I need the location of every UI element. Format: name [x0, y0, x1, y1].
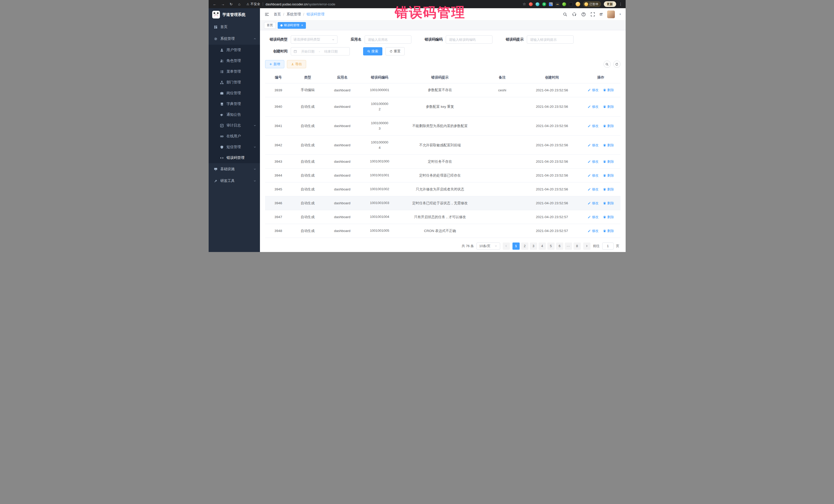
- user-avatar[interactable]: [607, 10, 615, 18]
- prev-page-button[interactable]: [503, 242, 510, 250]
- sidebar-item-infrastructure[interactable]: 基础设施: [208, 163, 260, 175]
- reset-button[interactable]: 重置: [386, 47, 405, 56]
- page-size-select[interactable]: 10条/页: [477, 242, 500, 250]
- reload-icon[interactable]: ↻: [228, 2, 234, 6]
- sidebar-item-error-code[interactable]: 错误码管理: [208, 152, 260, 163]
- error-type-select[interactable]: 请选择错误码类型: [291, 36, 337, 44]
- error-code-input[interactable]: [448, 38, 490, 42]
- column-header: 编号: [265, 72, 292, 83]
- home-icon[interactable]: ⌂: [236, 2, 242, 6]
- refresh-button[interactable]: [613, 61, 620, 68]
- github-icon[interactable]: [572, 12, 577, 17]
- edit-link[interactable]: 修改: [588, 88, 598, 92]
- export-button[interactable]: 导出: [287, 60, 306, 68]
- update-button[interactable]: 更新: [604, 1, 616, 7]
- caret-down-icon[interactable]: ▾: [619, 13, 621, 16]
- grid-extension-icon[interactable]: [549, 2, 553, 6]
- sidebar-item-roles[interactable]: 角色管理: [208, 56, 260, 66]
- delete-link[interactable]: 删除: [603, 187, 614, 192]
- cell-remark: [482, 182, 523, 196]
- sidebar-item-sms[interactable]: 短信管理: [208, 141, 260, 152]
- delete-link[interactable]: 删除: [603, 159, 614, 164]
- search-button[interactable]: 搜索: [363, 47, 382, 56]
- profile-avatar[interactable]: [576, 2, 580, 6]
- sidebar-item-dictionary[interactable]: 字典管理: [208, 98, 260, 109]
- sidebar-item-system[interactable]: 系统管理: [208, 33, 260, 45]
- start-date-input[interactable]: [299, 49, 317, 53]
- sidebar-item-users[interactable]: 用户管理: [208, 45, 260, 56]
- forward-icon[interactable]: →: [220, 2, 226, 6]
- delete-link[interactable]: 删除: [603, 88, 614, 92]
- sidebar-item-dev-tools[interactable]: 研发工具: [208, 175, 260, 187]
- page-button[interactable]: 1: [512, 242, 520, 250]
- sidebar-item-positions[interactable]: 岗位管理: [208, 88, 260, 98]
- sidebar-item-departments[interactable]: 部门管理: [208, 77, 260, 88]
- delete-link[interactable]: 删除: [603, 173, 614, 178]
- edit-link[interactable]: 修改: [588, 187, 598, 192]
- page-button[interactable]: 6: [556, 242, 563, 250]
- breadcrumb-system[interactable]: 系统管理: [286, 12, 301, 17]
- tab-error-code[interactable]: 错误码管理 ×: [278, 22, 306, 29]
- delete-link[interactable]: 删除: [603, 124, 614, 128]
- cell-code: 1001001003: [361, 196, 398, 210]
- address-bar[interactable]: ⚠ 不安全 dashboard.yudao.iocoder.cn/system/…: [247, 2, 335, 6]
- edit-link[interactable]: 修改: [588, 201, 598, 205]
- font-size-icon[interactable]: tT: [600, 12, 602, 17]
- sidebar-item-notices[interactable]: 通知公告: [208, 109, 260, 120]
- page-button[interactable]: ···: [565, 242, 572, 250]
- breadcrumb-home[interactable]: 首页: [274, 12, 281, 17]
- toggle-search-button[interactable]: [603, 61, 611, 68]
- menu-dots-icon[interactable]: ⋮: [619, 2, 622, 6]
- edit-link[interactable]: 修改: [588, 105, 598, 109]
- paused-chip[interactable]: 已暂停: [583, 1, 601, 7]
- table-row: 3946 自动生成 dashboard 1001001003 定时任务已经处于该…: [265, 196, 620, 210]
- page-button[interactable]: 2: [521, 242, 528, 250]
- page-button[interactable]: 3: [530, 242, 537, 250]
- search-icon: [605, 63, 609, 66]
- flask-extension-icon[interactable]: [569, 2, 573, 6]
- page-button[interactable]: 8: [573, 242, 581, 250]
- hamburger-icon[interactable]: [265, 12, 269, 17]
- tab-home[interactable]: 首页: [264, 22, 276, 29]
- drop-extension-icon[interactable]: [535, 2, 540, 6]
- filter-label: 错误码提示: [506, 37, 524, 42]
- browser-toolbar-right: ☆ V on 已暂停 更新 ⋮: [523, 1, 622, 7]
- cell-time: 2021-04-20 23:52:56: [523, 169, 581, 182]
- cell-id: 3942: [265, 135, 292, 155]
- edit-link[interactable]: 修改: [588, 143, 598, 148]
- close-icon[interactable]: ×: [301, 24, 303, 27]
- check-extension-icon[interactable]: V: [542, 2, 546, 6]
- fullscreen-icon[interactable]: [591, 12, 595, 17]
- error-hint-input[interactable]: [530, 38, 571, 42]
- edit-link[interactable]: 修改: [588, 124, 598, 128]
- edit-link[interactable]: 修改: [588, 173, 598, 178]
- goto-label: 前往: [593, 244, 600, 248]
- record-extension-icon[interactable]: [529, 2, 533, 6]
- next-page-button[interactable]: [583, 242, 591, 250]
- delete-link[interactable]: 删除: [603, 143, 614, 148]
- help-icon[interactable]: [581, 12, 586, 17]
- app-name-input[interactable]: [368, 38, 409, 42]
- delete-link[interactable]: 删除: [603, 215, 614, 219]
- edit-link[interactable]: 修改: [588, 159, 598, 164]
- delete-link[interactable]: 删除: [603, 201, 614, 205]
- page-button[interactable]: 4: [539, 242, 546, 250]
- sidebar-item-menus[interactable]: 菜单管理: [208, 66, 260, 77]
- end-date-input[interactable]: [322, 49, 340, 53]
- date-range-picker[interactable]: -: [291, 47, 350, 56]
- delete-link[interactable]: 删除: [603, 105, 614, 109]
- vpn-extension-icon[interactable]: on: [555, 2, 559, 6]
- page-button[interactable]: 5: [547, 242, 554, 250]
- sidebar-item-online-users[interactable]: 在线用户: [208, 131, 260, 141]
- search-icon[interactable]: [563, 12, 567, 17]
- leaf-extension-icon[interactable]: [562, 2, 566, 6]
- sidebar-item-audit-log[interactable]: 审计日志: [208, 120, 260, 131]
- goto-page-input[interactable]: [603, 244, 612, 248]
- back-icon[interactable]: ←: [212, 2, 218, 6]
- add-button[interactable]: 新增: [265, 60, 284, 68]
- sidebar-item-home[interactable]: 首页: [208, 21, 260, 33]
- delete-link[interactable]: 删除: [603, 229, 614, 233]
- bookmark-star-icon[interactable]: ☆: [523, 2, 526, 6]
- edit-link[interactable]: 修改: [588, 229, 598, 233]
- edit-link[interactable]: 修改: [588, 215, 598, 219]
